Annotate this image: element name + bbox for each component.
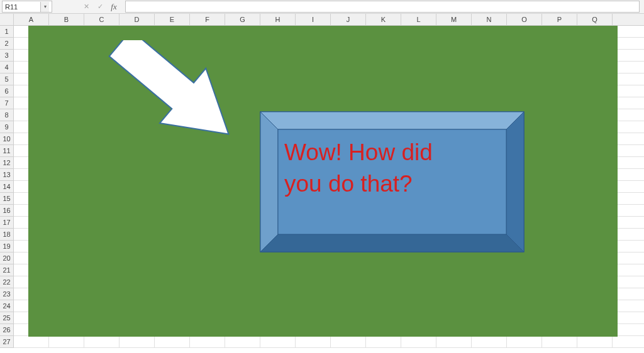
- cell-N6[interactable]: [472, 85, 507, 97]
- cell-B11[interactable]: [49, 145, 84, 157]
- cell-E18[interactable]: [155, 229, 190, 241]
- cell-I25[interactable]: [296, 312, 331, 324]
- cell-G12[interactable]: [225, 157, 260, 169]
- cell-Q20[interactable]: [577, 253, 613, 264]
- row-header-25[interactable]: 25: [0, 312, 14, 324]
- cell-I4[interactable]: [296, 62, 331, 73]
- cell-F26[interactable]: [190, 324, 225, 336]
- row-header-5[interactable]: 5: [0, 73, 14, 85]
- insert-function-button[interactable]: fx: [107, 1, 121, 13]
- row-header-23[interactable]: 23: [0, 288, 14, 300]
- cell-A19[interactable]: [14, 241, 49, 253]
- cell-A4[interactable]: [14, 62, 49, 73]
- cell-P18[interactable]: [542, 229, 577, 241]
- cell-A16[interactable]: [14, 205, 49, 217]
- cell-B23[interactable]: [49, 288, 84, 300]
- cell-M2[interactable]: [436, 38, 472, 50]
- cell-F14[interactable]: [190, 181, 225, 193]
- cell-J24[interactable]: [331, 300, 366, 312]
- cell-N24[interactable]: [472, 300, 507, 312]
- cell-L20[interactable]: [401, 253, 436, 264]
- cell-K7[interactable]: [366, 97, 401, 109]
- cell-Q16[interactable]: [577, 205, 613, 217]
- cell-C19[interactable]: [84, 241, 119, 253]
- cell-N21[interactable]: [472, 264, 507, 276]
- cell-D25[interactable]: [119, 312, 155, 324]
- cell-F12[interactable]: [190, 157, 225, 169]
- row-header-3[interactable]: 3: [0, 50, 14, 62]
- cell-J26[interactable]: [331, 324, 366, 336]
- cell-B26[interactable]: [49, 324, 84, 336]
- cell-H22[interactable]: [260, 276, 296, 288]
- cell-G20[interactable]: [225, 253, 260, 264]
- cell-A20[interactable]: [14, 253, 49, 264]
- cell-P5[interactable]: [542, 73, 577, 85]
- cell-G25[interactable]: [225, 312, 260, 324]
- cell-B4[interactable]: [49, 62, 84, 73]
- column-header-H[interactable]: H: [260, 14, 296, 26]
- cell-A21[interactable]: [14, 264, 49, 276]
- cell-A27[interactable]: [14, 336, 49, 348]
- cell-L4[interactable]: [401, 62, 436, 73]
- cell-N1[interactable]: [472, 26, 507, 38]
- cell-O27[interactable]: [507, 336, 542, 348]
- cell-Q26[interactable]: [577, 324, 613, 336]
- cell-P27[interactable]: [542, 336, 577, 348]
- cell-E12[interactable]: [155, 157, 190, 169]
- cell-O22[interactable]: [507, 276, 542, 288]
- cell-E16[interactable]: [155, 205, 190, 217]
- cell-L26[interactable]: [401, 324, 436, 336]
- cell-B8[interactable]: [49, 109, 84, 121]
- cell-A22[interactable]: [14, 276, 49, 288]
- cell-D14[interactable]: [119, 181, 155, 193]
- cell-P6[interactable]: [542, 85, 577, 97]
- cell-P4[interactable]: [542, 62, 577, 73]
- cell-H23[interactable]: [260, 288, 296, 300]
- cell-A9[interactable]: [14, 121, 49, 133]
- cell-O3[interactable]: [507, 50, 542, 62]
- row-header-15[interactable]: 15: [0, 193, 14, 205]
- cell-C15[interactable]: [84, 193, 119, 205]
- cell-O21[interactable]: [507, 264, 542, 276]
- cell-O2[interactable]: [507, 38, 542, 50]
- cell-K20[interactable]: [366, 253, 401, 264]
- cell-L27[interactable]: [401, 336, 436, 348]
- cell-I7[interactable]: [296, 97, 331, 109]
- cell-M27[interactable]: [436, 336, 472, 348]
- cell-G21[interactable]: [225, 264, 260, 276]
- cell-B15[interactable]: [49, 193, 84, 205]
- cell-L6[interactable]: [401, 85, 436, 97]
- cell-P15[interactable]: [542, 193, 577, 205]
- cell-E14[interactable]: [155, 181, 190, 193]
- cell-E11[interactable]: [155, 145, 190, 157]
- cell-N20[interactable]: [472, 253, 507, 264]
- cell-M26[interactable]: [436, 324, 472, 336]
- cell-B20[interactable]: [49, 253, 84, 264]
- cell-H1[interactable]: [260, 26, 296, 38]
- cell-N25[interactable]: [472, 312, 507, 324]
- cell-A10[interactable]: [14, 133, 49, 145]
- cell-B24[interactable]: [49, 300, 84, 312]
- cell-D18[interactable]: [119, 229, 155, 241]
- cell-I6[interactable]: [296, 85, 331, 97]
- cell-N27[interactable]: [472, 336, 507, 348]
- cell-J1[interactable]: [331, 26, 366, 38]
- cell-Q2[interactable]: [577, 38, 613, 50]
- cell-M5[interactable]: [436, 73, 472, 85]
- cell-H24[interactable]: [260, 300, 296, 312]
- row-header-16[interactable]: 16: [0, 205, 14, 217]
- select-all-corner[interactable]: [0, 14, 14, 26]
- bevel-shape[interactable]: [260, 111, 525, 253]
- row-header-4[interactable]: 4: [0, 62, 14, 73]
- cell-O1[interactable]: [507, 26, 542, 38]
- cell-B19[interactable]: [49, 241, 84, 253]
- cell-B1[interactable]: [49, 26, 84, 38]
- cell-K4[interactable]: [366, 62, 401, 73]
- cell-P10[interactable]: [542, 133, 577, 145]
- cell-F18[interactable]: [190, 229, 225, 241]
- cell-P16[interactable]: [542, 205, 577, 217]
- cell-G18[interactable]: [225, 229, 260, 241]
- enter-button[interactable]: ✓: [93, 1, 107, 13]
- cell-A18[interactable]: [14, 229, 49, 241]
- column-header-K[interactable]: K: [366, 14, 401, 26]
